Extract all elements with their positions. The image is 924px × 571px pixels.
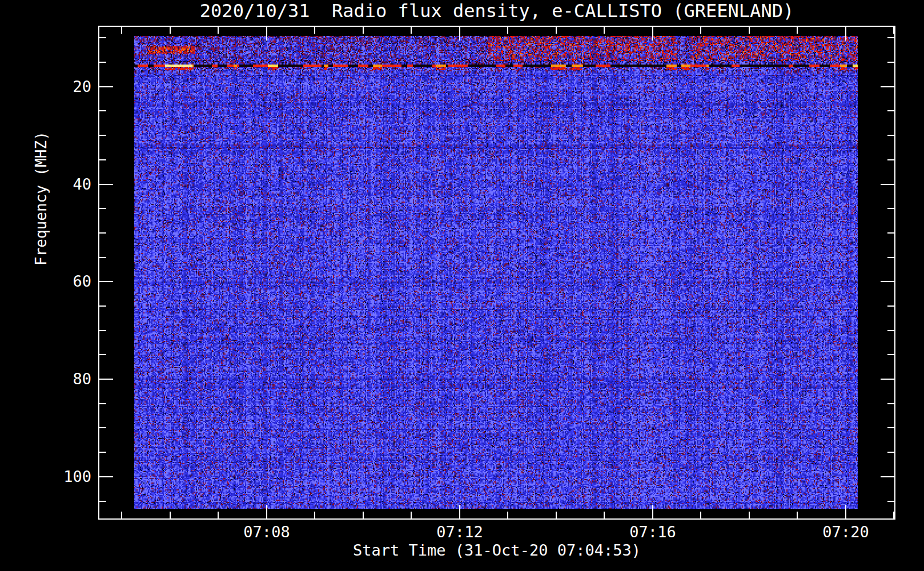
y-axis-tick (99, 135, 106, 136)
y-axis-tick (99, 184, 113, 185)
x-tick-label: 07:16 (604, 523, 701, 541)
spectrogram-figure: 2020/10/31 Radio flux density, e-CALLIST… (0, 0, 924, 571)
y-axis-tick (99, 281, 113, 282)
x-axis-tick (652, 27, 653, 41)
y-axis-tick (99, 501, 106, 502)
y-axis-tick (887, 110, 894, 111)
x-tick-label: 07:12 (411, 523, 508, 541)
x-axis-tick (507, 512, 508, 518)
y-axis-tick (99, 476, 113, 477)
y-axis-tick (99, 257, 106, 258)
y-axis-tick (887, 159, 894, 160)
y-axis-tick (887, 232, 894, 234)
x-tick-label: 07:20 (797, 523, 894, 541)
x-axis-tick (845, 27, 846, 41)
y-axis-tick (99, 232, 106, 234)
y-axis-tick (887, 208, 894, 209)
x-axis-tick (749, 27, 750, 34)
y-axis-tick (99, 403, 106, 404)
y-axis-tick (99, 62, 106, 63)
y-axis-tick (99, 354, 106, 355)
plot-title: 2020/10/31 Radio flux density, e-CALLIST… (98, 0, 895, 22)
x-axis-tick (652, 505, 653, 518)
y-axis-tick (881, 86, 894, 87)
x-axis-tick (363, 512, 364, 518)
x-axis-tick (893, 512, 894, 518)
y-axis-tick (887, 305, 894, 307)
x-axis-tick (411, 512, 412, 518)
y-axis-tick (887, 354, 894, 355)
x-axis-tick (845, 505, 846, 518)
y-axis-tick (99, 305, 106, 307)
y-axis-tick (99, 110, 106, 111)
y-axis-tick (887, 403, 894, 404)
x-axis-tick (121, 27, 122, 34)
x-axis-tick (314, 512, 315, 518)
y-axis-tick (887, 257, 894, 258)
x-axis-tick (314, 27, 315, 34)
y-axis-tick (99, 330, 106, 331)
plot-frame (98, 26, 895, 520)
x-axis-tick (459, 505, 460, 518)
y-axis-tick (887, 62, 894, 63)
x-axis-tick (700, 27, 701, 34)
x-axis-tick (797, 512, 798, 518)
x-axis-tick (218, 512, 219, 518)
x-axis-tick (893, 27, 894, 34)
x-axis-tick (266, 505, 267, 518)
x-axis-tick (363, 27, 364, 34)
y-tick-label: 60 (23, 272, 91, 291)
y-axis-tick (99, 208, 106, 209)
x-axis-tick (121, 512, 122, 518)
y-axis-tick (887, 427, 894, 428)
y-axis-tick (99, 427, 106, 428)
x-axis-tick (218, 27, 219, 34)
y-axis-tick (99, 452, 106, 453)
y-tick-label: 80 (23, 370, 91, 388)
y-axis-tick (881, 379, 894, 380)
x-axis-tick (797, 27, 798, 34)
x-axis-tick (459, 27, 460, 41)
x-axis-tick (170, 27, 171, 34)
x-axis-tick (700, 512, 701, 518)
x-axis-tick (266, 27, 267, 41)
y-axis-tick (99, 379, 113, 380)
y-axis-tick (887, 37, 894, 38)
x-axis-tick (749, 512, 750, 518)
y-axis-tick (99, 86, 113, 87)
x-axis-tick (507, 27, 508, 34)
y-tick-label: 100 (23, 468, 91, 486)
y-axis-tick (881, 281, 894, 282)
y-axis-tick (887, 330, 894, 331)
y-axis-tick (887, 135, 894, 136)
x-axis-tick (604, 27, 605, 34)
y-axis-tick (881, 476, 894, 477)
x-axis-tick (170, 512, 171, 518)
x-axis-tick (604, 512, 605, 518)
x-tick-label: 07:08 (218, 523, 315, 541)
y-axis-tick (881, 184, 894, 185)
x-axis-tick (411, 27, 412, 34)
y-axis-tick (887, 452, 894, 453)
y-tick-label: 20 (23, 78, 91, 96)
y-axis-tick (887, 501, 894, 502)
x-axis-title: Start Time (31-Oct-20 07:04:53) (98, 541, 895, 560)
y-axis-tick (99, 159, 106, 160)
x-axis-tick (556, 512, 557, 518)
y-axis-tick (99, 37, 106, 38)
x-axis-tick (556, 27, 557, 34)
